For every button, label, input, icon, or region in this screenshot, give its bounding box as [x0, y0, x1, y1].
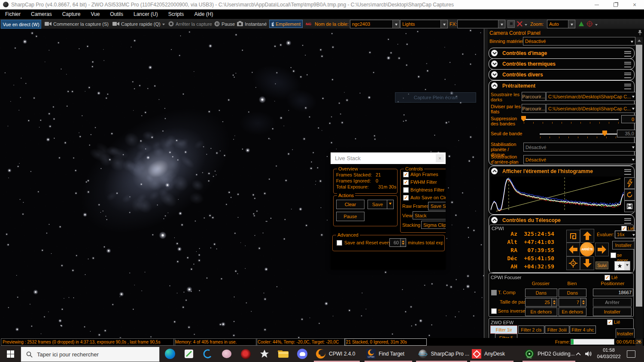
- section-misc-controls[interactable]: Contrôles divers: [489, 69, 635, 80]
- save-reset-checkbox[interactable]: [337, 240, 342, 246]
- chevron-down-icon[interactable]: [491, 50, 498, 56]
- reticle-icon[interactable]: [586, 21, 593, 27]
- live-view-button[interactable]: Vue en direct (W): [1, 20, 41, 29]
- banding-slider[interactable]: [523, 119, 619, 120]
- focuser-stop-button[interactable]: Arrêter: [593, 298, 632, 307]
- focuser-linked-checkbox[interactable]: [605, 275, 610, 280]
- restore-button[interactable]: [606, 0, 625, 9]
- section-menu-icon[interactable]: [624, 73, 631, 78]
- coarse-step-spinner[interactable]: 25: [525, 298, 557, 307]
- notepad-icon[interactable]: [179, 347, 198, 360]
- slew-up-button[interactable]: [580, 229, 594, 243]
- discord-icon[interactable]: [293, 347, 312, 360]
- close-button[interactable]: ×: [625, 0, 644, 9]
- binning-combobox[interactable]: Désactivé: [523, 37, 635, 46]
- brightness-filter-checkbox[interactable]: [403, 187, 409, 193]
- taskbar-app-sharpcap[interactable]: SharpCap Pro ...: [414, 346, 469, 362]
- section-menu-icon[interactable]: [624, 218, 631, 224]
- threshold-slider-thumb[interactable]: [602, 131, 607, 136]
- star-catalog-button[interactable]: ★: [614, 261, 625, 271]
- stop-capture-button[interactable]: Arrêter la capture: [176, 21, 212, 27]
- volume-icon[interactable]: [585, 346, 592, 362]
- fullscreen-capture-button[interactable]: Capture Plein écran: [395, 92, 476, 103]
- selection-dropdown[interactable]: [525, 24, 527, 27]
- taskbar-app-findtarget[interactable]: CPWI Find Target: [362, 346, 414, 362]
- view-combobox[interactable]: Stack: [413, 211, 446, 219]
- brain-app-icon[interactable]: [217, 347, 236, 360]
- fine-step-spinner[interactable]: 7: [559, 298, 586, 307]
- minutes-spinner[interactable]: 60: [389, 238, 406, 247]
- efw-linked-checkbox[interactable]: [607, 319, 613, 325]
- reset-stretch-button[interactable]: [624, 189, 635, 201]
- chevron-up-icon[interactable]: [491, 168, 498, 174]
- save-button[interactable]: Save: [368, 200, 388, 209]
- clear-selection-icon[interactable]: [517, 21, 522, 27]
- section-menu-icon[interactable]: [624, 169, 631, 175]
- spiral-search-button[interactable]: [566, 230, 580, 243]
- focuser-install-button[interactable]: Installer: [593, 307, 632, 316]
- star-catalog-dropdown[interactable]: [624, 261, 630, 271]
- section-thermal-controls[interactable]: Contrôles thermiques: [489, 58, 635, 70]
- stack-pause-button[interactable]: Pause: [336, 212, 365, 221]
- section-menu-icon[interactable]: [624, 51, 631, 57]
- fine-out-button[interactable]: En dehors: [559, 307, 586, 316]
- menu-outils[interactable]: Outils: [105, 9, 128, 19]
- browse-flats-button[interactable]: Parcourir...: [522, 104, 546, 113]
- snapshot-button[interactable]: Instantané: [245, 21, 267, 27]
- section-menu-icon[interactable]: [624, 62, 631, 67]
- quick-capture-button[interactable]: Capture rapide (Q): [121, 21, 161, 27]
- menu-cameras[interactable]: Cameras: [26, 9, 57, 19]
- coarse-out-button[interactable]: En dehors: [525, 307, 557, 316]
- stacking-combobox[interactable]: Sigma Clipp: [421, 221, 446, 229]
- histogram-quick-icon[interactable]: [579, 21, 584, 26]
- auto-stretch-button[interactable]: [624, 177, 635, 189]
- filter-2-button[interactable]: Filter 2 cls: [518, 325, 544, 334]
- filter-3-button[interactable]: Filter 3oiii: [545, 325, 569, 334]
- live-stack-titlebar[interactable]: Live Stack: [331, 152, 446, 164]
- pin-icon[interactable]: [638, 30, 642, 35]
- goto-target-button[interactable]: [566, 256, 580, 270]
- filter-1-button[interactable]: Filter 1ir: [490, 325, 517, 334]
- frame-type-combobox[interactable]: Lights: [400, 20, 448, 28]
- tray-chevron[interactable]: [575, 346, 581, 362]
- target-name-combobox[interactable]: ngc2403: [350, 20, 400, 28]
- edge-icon[interactable]: [161, 347, 179, 360]
- taskbar-app-cpwi[interactable]: CPWI 2.4.0: [312, 346, 362, 362]
- menu-aide[interactable]: Aide (H): [189, 9, 218, 19]
- efw-install-button[interactable]: Installer: [616, 329, 635, 338]
- action-center-icon[interactable]: [627, 350, 635, 358]
- banding-slider-thumb[interactable]: [521, 116, 526, 122]
- file-explorer-icon[interactable]: [274, 347, 293, 360]
- temp-comp-checkbox[interactable]: [491, 290, 497, 295]
- threshold-value[interactable]: 35,0: [617, 130, 636, 137]
- auto-save-checkbox[interactable]: [403, 195, 409, 201]
- red-disc-icon[interactable]: [236, 347, 255, 360]
- zoom-combobox[interactable]: Auto: [547, 20, 575, 28]
- flats-path-combobox[interactable]: C:\Users\marcb\Desktop\SharpCap C...: [546, 104, 637, 113]
- stabilization-combobox[interactable]: Désactivé: [523, 143, 637, 152]
- clear-button[interactable]: Clear: [336, 200, 365, 209]
- chevron-down-icon[interactable]: [491, 61, 498, 67]
- focuser-position-field[interactable]: 18667: [593, 289, 633, 296]
- align-frames-checkbox[interactable]: [403, 172, 409, 177]
- slew-right-button[interactable]: [595, 243, 609, 256]
- menu-lancer[interactable]: Lancer (U): [128, 9, 163, 19]
- menu-scripts[interactable]: Scripts: [163, 9, 189, 19]
- save-raw-button[interactable]: Save St: [428, 202, 446, 210]
- c-tool-icon[interactable]: [198, 347, 217, 360]
- slew-left-button[interactable]: [566, 243, 580, 256]
- taskbar-app-anydesk[interactable]: AnyDesk: [468, 346, 516, 362]
- browse-darks-button[interactable]: Parcourir...: [522, 92, 546, 101]
- slew-down-button[interactable]: [580, 256, 594, 270]
- scroll-up-button[interactable]: [635, 37, 643, 44]
- stacking-button[interactable]: Empilement: [269, 20, 303, 28]
- minimize-button[interactable]: [587, 0, 606, 9]
- section-menu-icon[interactable]: [624, 84, 631, 89]
- menu-vue[interactable]: Vue: [85, 9, 105, 19]
- slew-rate-combobox[interactable]: 16x: [615, 231, 637, 238]
- search-input[interactable]: [36, 351, 149, 358]
- park-checkbox[interactable]: [611, 252, 616, 258]
- save-dropdown[interactable]: [387, 200, 394, 209]
- save-stretch-icon[interactable]: [624, 201, 635, 212]
- filter-4-button[interactable]: Filter 4 uhc: [570, 325, 596, 334]
